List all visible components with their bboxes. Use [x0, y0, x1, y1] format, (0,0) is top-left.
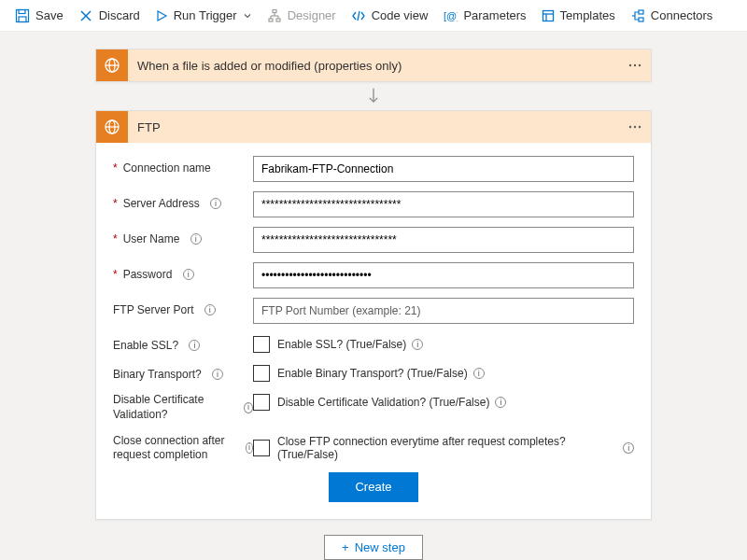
- connectors-icon: [630, 8, 645, 23]
- save-button[interactable]: Save: [7, 1, 71, 31]
- label-disable-cert: Disable Certificate Validation? i: [113, 391, 253, 422]
- ftp-port-field[interactable]: [253, 298, 634, 324]
- binary-transport-checklabel: Enable Binary Transport? (True/False)i: [277, 367, 485, 380]
- templates-label: Templates: [560, 8, 615, 22]
- info-icon[interactable]: i: [244, 402, 253, 413]
- run-trigger-label: Run Trigger: [174, 8, 237, 22]
- ftp-card-body: *Connection name *Server Address i *User…: [96, 143, 651, 518]
- new-step-button[interactable]: + New step: [324, 535, 423, 560]
- info-icon[interactable]: i: [623, 442, 634, 454]
- svg-rect-15: [543, 10, 553, 21]
- info-icon[interactable]: i: [190, 233, 202, 245]
- close-conn-checkbox[interactable]: [253, 440, 270, 456]
- code-view-label: Code view: [372, 8, 429, 22]
- plus-icon: +: [342, 540, 349, 554]
- close-conn-checklabel: Close FTP connection everytime after req…: [277, 435, 634, 461]
- flow-arrow-icon: [365, 88, 382, 105]
- connectors-label: Connectors: [651, 8, 712, 22]
- label-connection-name: *Connection name: [113, 156, 253, 175]
- templates-button[interactable]: Templates: [534, 1, 623, 31]
- label-binary-transport: Binary Transport? i: [113, 362, 253, 381]
- trigger-card-menu[interactable]: [619, 58, 651, 73]
- svg-point-30: [629, 126, 631, 128]
- trigger-card-title: When a file is added or modified (proper…: [128, 59, 619, 73]
- svg-rect-6: [273, 9, 276, 12]
- svg-point-24: [634, 64, 636, 66]
- label-server-address: *Server Address i: [113, 191, 253, 210]
- info-icon[interactable]: i: [204, 304, 216, 315]
- ftp-card-menu[interactable]: [619, 119, 651, 134]
- svg-rect-1: [19, 9, 25, 13]
- connection-name-field[interactable]: [253, 156, 634, 182]
- designer-icon: [267, 8, 282, 23]
- svg-point-31: [634, 126, 636, 128]
- code-view-button[interactable]: Code view: [344, 1, 436, 31]
- parameters-button[interactable]: [@] Parameters: [435, 1, 533, 31]
- svg-rect-7: [269, 19, 273, 21]
- trigger-card[interactable]: When a file is added or modified (proper…: [95, 49, 652, 82]
- info-icon[interactable]: i: [246, 442, 253, 454]
- svg-point-32: [639, 126, 641, 128]
- ellipsis-icon: [627, 58, 642, 73]
- info-icon[interactable]: i: [183, 269, 194, 280]
- discard-button[interactable]: Discard: [71, 1, 148, 31]
- discard-icon: [78, 8, 93, 23]
- ftp-icon: [96, 111, 128, 143]
- code-icon: [351, 8, 366, 23]
- label-close-conn: Close connection after request completio…: [113, 432, 253, 463]
- server-address-field[interactable]: [253, 191, 634, 217]
- svg-rect-8: [276, 19, 280, 21]
- ellipsis-icon: [627, 119, 642, 134]
- disable-cert-checklabel: Disable Certificate Validation? (True/Fa…: [277, 396, 506, 409]
- info-icon[interactable]: i: [189, 340, 200, 351]
- save-icon: [15, 8, 30, 23]
- templates-icon: [542, 9, 555, 22]
- designer-button: Designer: [260, 1, 344, 31]
- svg-point-23: [629, 64, 631, 66]
- svg-rect-2: [19, 17, 26, 22]
- info-icon[interactable]: i: [412, 339, 423, 350]
- svg-point-25: [639, 64, 641, 66]
- password-field[interactable]: [253, 262, 634, 288]
- binary-transport-checkbox[interactable]: [253, 365, 270, 382]
- toolbar: Save Discard Run Trigger Designer Code v…: [0, 0, 747, 32]
- info-icon[interactable]: i: [212, 369, 223, 380]
- discard-label: Discard: [99, 8, 140, 22]
- ftp-card-header[interactable]: FTP: [96, 111, 651, 143]
- create-button[interactable]: Create: [329, 472, 417, 502]
- svg-rect-19: [639, 18, 643, 21]
- user-name-field[interactable]: [253, 227, 634, 253]
- run-icon: [155, 9, 168, 22]
- run-trigger-button[interactable]: Run Trigger: [148, 1, 260, 31]
- enable-ssl-checkbox[interactable]: [253, 336, 270, 353]
- svg-rect-18: [639, 10, 643, 14]
- ftp-trigger-icon: [96, 49, 128, 81]
- chevron-down-icon: [243, 11, 252, 21]
- svg-text:[@]: [@]: [444, 10, 458, 21]
- enable-ssl-checklabel: Enable SSL? (True/False)i: [277, 338, 423, 351]
- designer-label: Designer: [288, 8, 336, 22]
- label-user-name: *User Name i: [113, 227, 253, 245]
- connectors-button[interactable]: Connectors: [623, 1, 720, 31]
- info-icon[interactable]: i: [210, 198, 221, 209]
- trigger-card-header[interactable]: When a file is added or modified (proper…: [96, 49, 651, 81]
- label-ftp-port: FTP Server Port i: [113, 298, 253, 316]
- new-step-label: New step: [355, 540, 405, 554]
- ftp-card: FTP *Connection name *Server Address i *…: [95, 110, 652, 519]
- info-icon[interactable]: i: [495, 397, 506, 408]
- disable-cert-checkbox[interactable]: [253, 394, 270, 411]
- info-icon[interactable]: i: [473, 368, 485, 379]
- ftp-card-title: FTP: [128, 120, 619, 134]
- parameters-icon: [@]: [443, 8, 458, 23]
- parameters-label: Parameters: [463, 8, 526, 22]
- save-label: Save: [35, 8, 63, 22]
- svg-marker-5: [158, 11, 166, 21]
- svg-line-13: [358, 11, 359, 21]
- label-enable-ssl: Enable SSL? i: [113, 333, 253, 352]
- label-password: *Password i: [113, 262, 253, 281]
- designer-canvas: When a file is added or modified (proper…: [0, 32, 747, 560]
